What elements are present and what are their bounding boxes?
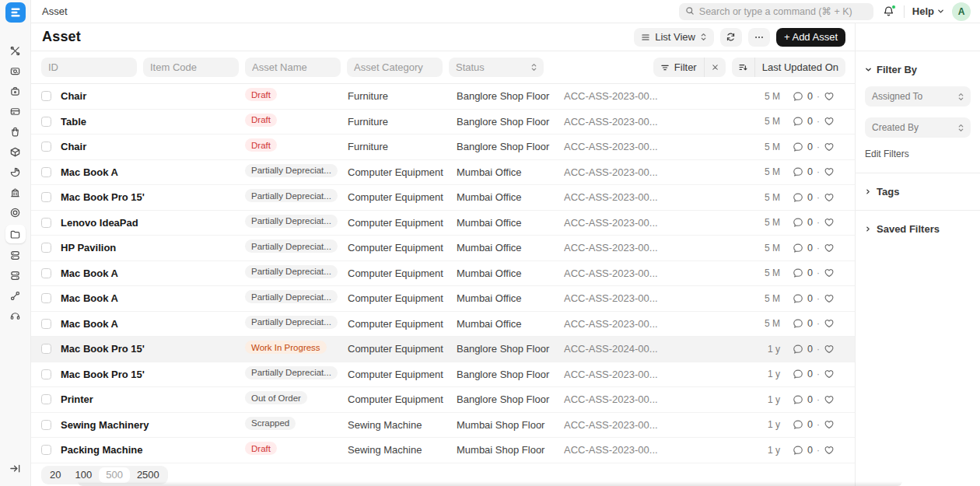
asset-name-link[interactable]: Mac Book A (61, 292, 245, 304)
add-asset-button[interactable]: + Add Asset (776, 28, 845, 47)
sidebar-item-credit-card-icon[interactable] (5, 103, 26, 120)
filter-input-asset-category[interactable] (347, 58, 443, 77)
asset-name-link[interactable]: Mac Book A (61, 267, 245, 279)
asset-id[interactable]: ACC-ASS-2023-00... (564, 166, 744, 178)
heart-icon[interactable] (824, 243, 835, 253)
more-options-button[interactable] (748, 28, 770, 47)
asset-name-link[interactable]: Chair (61, 90, 245, 102)
row-checkbox[interactable] (41, 192, 51, 202)
row-checkbox[interactable] (41, 117, 51, 127)
status-filter-select[interactable]: Status (449, 58, 544, 77)
asset-id[interactable]: ACC-ASS-2024-00... (564, 343, 744, 355)
table-row[interactable]: Mac Book APartially Depreciat...Computer… (31, 160, 855, 186)
view-switcher-button[interactable]: List View (634, 28, 714, 47)
row-checkbox[interactable] (41, 420, 51, 430)
asset-id[interactable]: ACC-ASS-2023-00... (564, 217, 744, 229)
row-checkbox[interactable] (41, 91, 51, 101)
row-checkbox[interactable] (41, 218, 51, 228)
tags-section-toggle[interactable]: Tags (865, 186, 971, 198)
filter-by-section-toggle[interactable]: Filter By (865, 64, 971, 75)
sidebar-item-folder-icon[interactable] (5, 225, 26, 243)
asset-name-link[interactable]: Table (61, 116, 245, 128)
row-checkbox[interactable] (41, 319, 51, 329)
sidebar-item-package-icon[interactable] (5, 144, 26, 160)
asset-name-link[interactable]: Mac Book Pro 15' (61, 369, 245, 380)
erpnext-logo[interactable] (5, 2, 26, 23)
page-length-option-2500[interactable]: 2500 (130, 467, 166, 483)
asset-id[interactable]: ACC-ASS-2023-00... (564, 267, 744, 279)
row-checkbox[interactable] (41, 394, 51, 404)
sidebar-item-layers-icon[interactable] (5, 267, 26, 284)
sidebar-item-briefcase-icon[interactable] (5, 83, 26, 100)
filter-input-asset-name[interactable] (245, 58, 341, 77)
table-row[interactable]: Mac Book Pro 15'Partially Depreciat...Co… (31, 362, 855, 388)
heart-icon[interactable] (824, 267, 835, 278)
avatar[interactable]: A (952, 2, 971, 21)
sort-field-button[interactable]: Last Updated On (754, 58, 845, 77)
help-menu[interactable]: Help (912, 5, 944, 17)
row-checkbox[interactable] (41, 243, 51, 253)
table-row[interactable]: Mac Book APartially Depreciat...Computer… (31, 312, 855, 337)
asset-id[interactable]: ACC-ASS-2023-00... (564, 90, 744, 102)
asset-name-link[interactable]: Sewing Machinery (61, 419, 245, 431)
row-checkbox[interactable] (41, 268, 51, 278)
asset-name-link[interactable]: Mac Book Pro 15' (61, 343, 245, 355)
table-row[interactable]: Mac Book APartially Depreciat...Computer… (31, 286, 855, 312)
asset-id[interactable]: ACC-ASS-2023-00... (564, 191, 744, 203)
asset-id[interactable]: ACC-ASS-2023-00... (564, 116, 744, 128)
row-checkbox[interactable] (41, 369, 51, 379)
asset-id[interactable]: ACC-ASS-2023-00... (564, 318, 744, 330)
table-row[interactable]: ChairDraftFurnitureBanglore Shop FloorAC… (31, 135, 855, 160)
breadcrumb[interactable]: Asset (42, 5, 68, 17)
row-checkbox[interactable] (41, 142, 51, 152)
created-by-select[interactable]: Created By (865, 117, 971, 138)
global-search[interactable] (679, 3, 873, 20)
row-checkbox[interactable] (41, 445, 51, 455)
heart-icon[interactable] (824, 91, 835, 102)
asset-name-link[interactable]: Lenovo IdeaPad (61, 217, 245, 229)
asset-id[interactable]: ACC-ASS-2023-00... (564, 444, 744, 456)
asset-id[interactable]: ACC-ASS-2023-00... (564, 419, 744, 431)
table-row[interactable]: Packing MachineDraftSewing MachineMumbai… (31, 438, 855, 463)
table-row[interactable]: Sewing MachineryScrappedSewing MachineMu… (31, 413, 855, 439)
notifications-bell-icon[interactable] (881, 4, 896, 19)
sidebar-item-pie-chart-icon[interactable] (5, 164, 26, 180)
heart-icon[interactable] (824, 116, 835, 127)
asset-name-link[interactable]: Packing Machine (61, 444, 245, 456)
heart-icon[interactable] (824, 394, 835, 405)
table-row[interactable]: HP PavilionPartially Depreciat...Compute… (31, 236, 855, 261)
edit-filters-link[interactable]: Edit Filters (865, 149, 909, 159)
asset-name-link[interactable]: Chair (61, 141, 245, 152)
table-row[interactable]: Mac Book APartially Depreciat...Computer… (31, 261, 855, 287)
sort-direction-button[interactable] (732, 58, 754, 77)
asset-id[interactable]: ACC-ASS-2023-00... (564, 141, 744, 152)
asset-name-link[interactable]: Mac Book A (61, 166, 245, 178)
asset-id[interactable]: ACC-ASS-2023-00... (564, 292, 744, 304)
table-row[interactable]: Mac Book Pro 15'Partially Depreciat...Co… (31, 185, 855, 211)
saved-filters-section-toggle[interactable]: Saved Filters (865, 223, 971, 235)
page-length-option-100[interactable]: 100 (68, 467, 99, 483)
table-row[interactable]: TableDraftFurnitureBanglore Shop FloorAC… (31, 110, 855, 135)
search-input[interactable] (679, 3, 873, 20)
heart-icon[interactable] (824, 419, 835, 430)
asset-name-link[interactable]: HP Pavilion (61, 242, 245, 253)
table-row[interactable]: ChairDraftFurnitureBanglore Shop FloorAC… (31, 84, 855, 110)
sidebar-item-badge-icon[interactable] (5, 205, 26, 221)
asset-name-link[interactable]: Mac Book A (61, 318, 245, 330)
heart-icon[interactable] (824, 293, 835, 304)
sidebar-item-stack-icon[interactable] (5, 247, 26, 264)
asset-id[interactable]: ACC-ASS-2023-00... (564, 242, 744, 253)
page-length-option-20[interactable]: 20 (43, 467, 68, 483)
row-checkbox[interactable] (41, 344, 51, 354)
heart-icon[interactable] (824, 369, 835, 379)
heart-icon[interactable] (824, 445, 835, 456)
filter-button[interactable]: Filter (653, 58, 704, 77)
asset-id[interactable]: ACC-ASS-2023-00... (564, 393, 744, 405)
heart-icon[interactable] (824, 344, 835, 355)
sidebar-item-tools-icon[interactable] (5, 43, 26, 59)
refresh-button[interactable] (720, 28, 742, 47)
sidebar-item-cash-register-icon[interactable] (5, 63, 26, 79)
asset-name-link[interactable]: Mac Book Pro 15' (61, 191, 245, 203)
table-row[interactable]: PrinterOut of OrderComputer EquipmentBan… (31, 387, 855, 413)
heart-icon[interactable] (824, 192, 835, 203)
